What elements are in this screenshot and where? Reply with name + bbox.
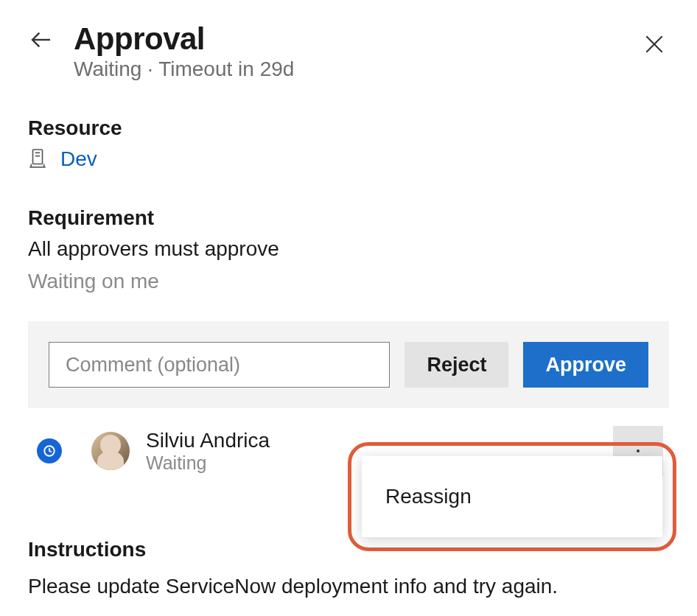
page-title: Approval <box>74 22 294 56</box>
requirement-text: All approvers must approve <box>28 237 669 261</box>
separator: · <box>141 57 158 80</box>
context-menu: Reassign <box>362 456 662 537</box>
arrow-left-icon <box>29 28 53 52</box>
resource-label: Resource <box>28 116 669 140</box>
svg-point-10 <box>637 442 640 445</box>
highlight-annotation: Reassign <box>348 442 676 551</box>
action-panel: Reject Approve <box>28 321 669 408</box>
close-icon <box>642 32 666 56</box>
back-button[interactable] <box>28 27 55 53</box>
requirement-label: Requirement <box>28 206 669 230</box>
clock-icon <box>43 444 56 458</box>
resource-link[interactable]: Dev <box>60 147 97 171</box>
status-text: Waiting <box>74 57 141 80</box>
svg-point-11 <box>637 449 640 452</box>
instructions-text: Please update ServiceNow deployment info… <box>28 575 669 598</box>
server-icon <box>28 147 47 171</box>
comment-input[interactable] <box>49 342 390 388</box>
title-block: Approval Waiting · Timeout in 29d <box>74 22 294 81</box>
close-button[interactable] <box>640 29 669 59</box>
svg-rect-3 <box>33 150 43 164</box>
approve-button[interactable]: Approve <box>523 342 648 388</box>
approver-avatar <box>91 432 130 470</box>
resource-section: Resource Dev <box>28 116 669 171</box>
instructions-label: Instructions <box>28 538 669 561</box>
panel-header: Approval Waiting · Timeout in 29d <box>28 22 669 81</box>
waiting-status-badge <box>37 438 62 463</box>
page-subtitle: Waiting · Timeout in 29d <box>74 57 294 81</box>
timeout-text: Timeout in 29d <box>158 57 294 80</box>
header-left: Approval Waiting · Timeout in 29d <box>28 22 294 81</box>
resource-row: Dev <box>28 147 669 171</box>
approver-name: Silviu Andrica <box>146 429 597 452</box>
menu-item-reassign[interactable]: Reassign <box>385 485 472 508</box>
waiting-on-text: Waiting on me <box>28 270 669 293</box>
requirement-section: Requirement All approvers must approve W… <box>28 206 669 293</box>
instructions-section: Instructions Please update ServiceNow de… <box>28 538 669 598</box>
reject-button[interactable]: Reject <box>404 342 508 388</box>
